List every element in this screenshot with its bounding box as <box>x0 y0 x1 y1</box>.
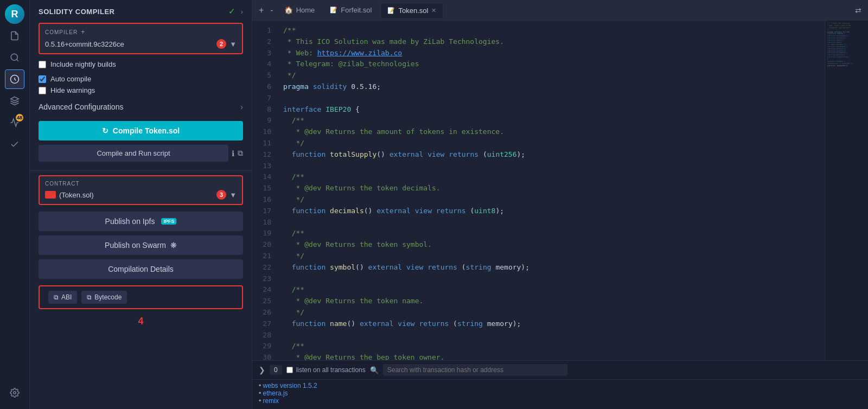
home-tab-label: Home <box>296 6 315 14</box>
arrow-icon[interactable]: › <box>241 8 243 16</box>
search-input[interactable] <box>387 366 563 374</box>
svg-marker-3 <box>11 97 19 101</box>
listen-check: listen on all transactions <box>286 366 366 374</box>
compile-icon: ↻ <box>102 126 108 135</box>
swarm-icon: ❋ <box>170 241 177 250</box>
publish-ipfs-label: Publish on Ipfs <box>105 217 155 226</box>
compile-run-btn[interactable]: Compile and Run script <box>39 145 228 162</box>
console-link-ethera[interactable]: ethera.js <box>263 389 288 397</box>
search-bar <box>383 364 567 376</box>
hide-warnings-label[interactable]: Hide warnings <box>50 86 95 94</box>
code-area: 12345 678910 1112131415 1617181920 21222… <box>252 21 825 360</box>
listen-label: listen on all transactions <box>296 366 366 374</box>
contract-box: CONTRACT (Token.sol) 3 ▼ <box>39 175 243 205</box>
compiler-dropdown-icon[interactable]: ▼ <box>229 40 237 48</box>
forfeit-tab-label: Forfeit.sol <box>341 6 372 14</box>
abi-btn[interactable]: ⧉ ABI <box>48 291 77 304</box>
tab-forfeit[interactable]: 📝 Forfeit.sol <box>323 3 378 17</box>
svg-point-4 <box>14 392 16 394</box>
bottom-panel: ❯ 0 listen on all transactions 🔍 • webs … <box>252 360 868 409</box>
compile-btn-label: Compile Token.sol <box>113 126 180 135</box>
bytecode-label: Bytecode <box>94 293 122 301</box>
contract-name-text: (Token.sol) <box>59 191 94 199</box>
sidebar-item-search[interactable] <box>5 48 24 67</box>
code-content[interactable]: /** * This ICO Solution was made by ZiLa… <box>277 21 825 360</box>
auto-compile-label[interactable]: Auto compile <box>50 75 91 83</box>
abi-label: ABI <box>61 293 72 301</box>
auto-compile-checkbox[interactable] <box>39 75 46 83</box>
check-icon[interactable]: ✓ <box>228 7 235 16</box>
compilation-details-label: Compilation Details <box>108 265 174 273</box>
contract-name: (Token.sol) <box>45 191 94 199</box>
hide-warnings-checkbox[interactable] <box>39 87 46 94</box>
compiler-label: COMPILER + <box>45 28 237 36</box>
tab-bar: + - 🏠 Home 📝 Forfeit.sol 📝 Token.sol ✕ ⇄ <box>252 0 868 21</box>
sidebar-item-deploy[interactable] <box>5 91 24 111</box>
svg-line-1 <box>16 59 18 61</box>
publish-swarm-btn[interactable]: Publish on Swarm ❋ <box>39 235 243 255</box>
console-link-remix[interactable]: remix <box>263 397 279 405</box>
tab-close-icon[interactable]: ✕ <box>431 7 436 14</box>
bottom-bar: ❯ 0 listen on all transactions 🔍 <box>252 361 868 380</box>
console-content: • webs version 1.5.2 • ethera.js • remix <box>252 380 868 407</box>
debug-badge: 48 <box>16 114 23 122</box>
compiler-add-btn[interactable]: + <box>81 28 85 36</box>
panel-header-icons: ✓ › <box>228 7 243 16</box>
panel-title: SOLIDITY COMPILER <box>39 8 114 16</box>
sidebar-item-debug[interactable]: 48 <box>5 113 24 132</box>
include-nightly-checkbox[interactable] <box>39 61 46 68</box>
compiler-version: 0.5.16+commit.9c3226ce <box>45 40 124 48</box>
contract-icon <box>45 191 56 199</box>
compiler-badge: 2 <box>216 39 226 49</box>
hide-warnings-row: Hide warnings <box>30 85 252 96</box>
icon-bar: R 48 <box>0 0 30 409</box>
include-nightly-row: Include nightly builds <box>30 59 252 70</box>
line-numbers: 12345 678910 1112131415 1617181920 21222… <box>252 21 277 360</box>
home-tab-icon: 🏠 <box>284 6 293 14</box>
compiler-select: 0.5.16+commit.9c3226ce 2 ▼ <box>45 39 237 49</box>
ipfs-badge: IPFS <box>161 218 176 225</box>
bytecode-btn[interactable]: ⧉ Bytecode <box>81 291 127 304</box>
tab-home[interactable]: 🏠 Home <box>278 3 322 17</box>
contract-badge: 3 <box>216 190 226 200</box>
left-panel: SOLIDITY COMPILER ✓ › COMPILER + 0.5.16+… <box>30 0 252 409</box>
sidebar-item-compiler[interactable] <box>5 69 24 89</box>
token-tab-icon: 📝 <box>387 7 395 14</box>
advanced-config-chevron: › <box>240 103 243 111</box>
advanced-config[interactable]: Advanced Configurations › <box>30 96 252 118</box>
logo: R <box>5 4 24 24</box>
zoom-in-btn[interactable]: + <box>257 3 266 17</box>
listen-checkbox[interactable] <box>286 367 293 373</box>
include-nightly-label[interactable]: Include nightly builds <box>50 60 116 68</box>
search-icon-bottom: 🔍 <box>370 366 379 374</box>
contract-dropdown-icon[interactable]: ▼ <box>229 191 237 199</box>
forfeit-tab-icon: 📝 <box>330 7 337 14</box>
sidebar-item-verify[interactable] <box>5 135 24 154</box>
zoom-out-btn[interactable]: - <box>268 3 275 17</box>
abi-bytecode-row: ⧉ ABI ⧉ Bytecode <box>39 285 243 309</box>
tab-token[interactable]: 📝 Token.sol ✕ <box>380 3 443 18</box>
number-4-label: 4 <box>30 314 252 329</box>
copy-icon[interactable]: ⧉ <box>238 149 243 158</box>
minimap: /** * This ICO Solution * Web: https://w… <box>825 21 868 360</box>
sidebar-item-files[interactable] <box>5 26 24 46</box>
contract-label: CONTRACT <box>45 181 237 187</box>
console-link-webs[interactable]: webs version 1.5.2 <box>263 382 317 389</box>
compile-run-row: Compile and Run script ℹ ⧉ <box>39 145 243 162</box>
sidebar-item-settings[interactable] <box>5 383 24 402</box>
token-tab-label: Token.sol <box>398 7 428 15</box>
abi-icon: ⧉ <box>54 293 59 301</box>
auto-compile-row: Auto compile <box>30 73 252 85</box>
compilation-details-btn[interactable]: Compilation Details <box>39 259 243 279</box>
expand-btn[interactable]: ⇄ <box>853 4 864 17</box>
advanced-config-label: Advanced Configurations <box>39 103 123 111</box>
console-toggle[interactable]: ❯ <box>259 366 265 374</box>
publish-ipfs-btn[interactable]: Publish on Ipfs IPFS <box>39 212 243 231</box>
panel-header: SOLIDITY COMPILER ✓ › <box>30 0 252 21</box>
info-icon[interactable]: ℹ <box>232 149 234 158</box>
compile-btn[interactable]: ↻ Compile Token.sol <box>39 121 243 140</box>
count-box: 0 <box>270 365 282 375</box>
minimap-content: /** * This ICO Solution * Web: https://w… <box>825 21 868 360</box>
code-editor: 12345 678910 1112131415 1617181920 21222… <box>252 21 868 360</box>
bytecode-icon: ⧉ <box>87 293 92 301</box>
